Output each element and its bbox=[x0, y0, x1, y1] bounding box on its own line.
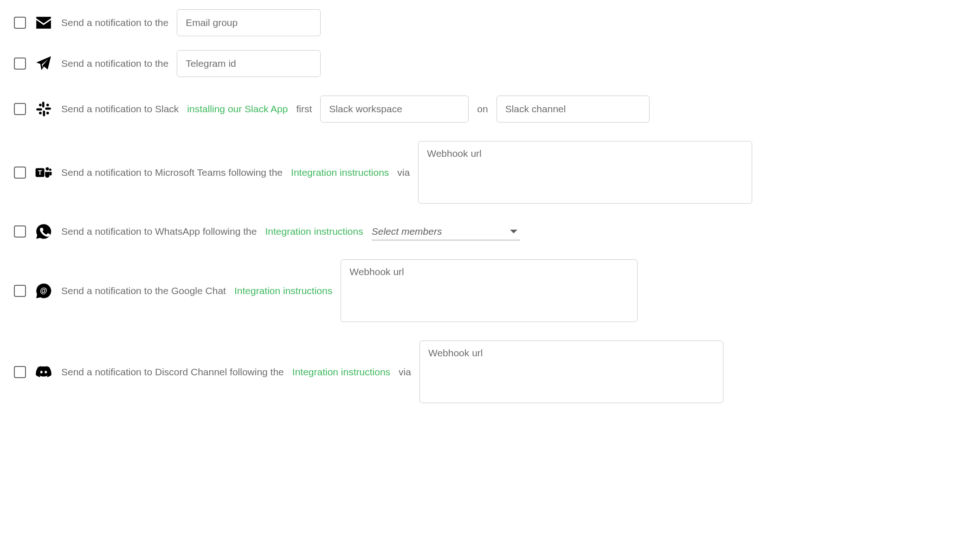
discord-label-post: via bbox=[399, 366, 411, 378]
slack-label-pre: Send a notification to Slack bbox=[61, 103, 179, 115]
discord-instructions-link[interactable]: Integration instructions bbox=[292, 366, 390, 378]
whatsapp-instructions-link[interactable]: Integration instructions bbox=[265, 226, 363, 237]
svg-text:@: @ bbox=[40, 286, 47, 294]
google-chat-icon: @ bbox=[34, 282, 53, 300]
slack-label-post: first bbox=[296, 103, 312, 115]
whatsapp-checkbox[interactable] bbox=[14, 225, 26, 238]
teams-webhook-input[interactable] bbox=[418, 141, 752, 204]
whatsapp-members-select[interactable]: Select members bbox=[372, 223, 520, 240]
email-label: Send a notification to the bbox=[61, 17, 168, 28]
teams-icon: T bbox=[34, 163, 53, 182]
teams-checkbox[interactable] bbox=[14, 167, 26, 179]
discord-webhook-input[interactable] bbox=[419, 341, 723, 403]
whatsapp-select-placeholder: Select members bbox=[372, 226, 442, 237]
svg-point-7 bbox=[46, 112, 49, 115]
svg-rect-1 bbox=[45, 108, 51, 110]
discord-label-pre: Send a notification to Discord Channel f… bbox=[61, 366, 284, 378]
gchat-webhook-input[interactable] bbox=[341, 259, 638, 322]
slack-channel-input[interactable] bbox=[496, 96, 650, 122]
svg-point-5 bbox=[46, 103, 49, 106]
chevron-down-icon bbox=[510, 230, 517, 233]
svg-rect-0 bbox=[42, 102, 45, 108]
svg-point-6 bbox=[39, 112, 42, 115]
discord-checkbox[interactable] bbox=[14, 366, 26, 378]
gchat-label-pre: Send a notification to the Google Chat bbox=[61, 285, 226, 296]
slack-checkbox[interactable] bbox=[14, 103, 26, 115]
discord-row: Send a notification to Discord Channel f… bbox=[14, 341, 966, 403]
email-icon bbox=[34, 13, 53, 32]
gchat-row: @ Send a notification to the Google Chat… bbox=[14, 259, 966, 322]
gchat-checkbox[interactable] bbox=[14, 285, 26, 297]
telegram-label: Send a notification to the bbox=[61, 58, 168, 69]
slack-connector: on bbox=[477, 103, 488, 115]
email-checkbox[interactable] bbox=[14, 17, 26, 29]
telegram-checkbox[interactable] bbox=[14, 58, 26, 70]
slack-workspace-input[interactable] bbox=[320, 96, 469, 122]
svg-text:T: T bbox=[38, 168, 42, 176]
email-group-input[interactable] bbox=[177, 9, 321, 36]
svg-point-4 bbox=[39, 103, 42, 106]
slack-row: Send a notification to Slack installing … bbox=[14, 96, 966, 122]
telegram-row: Send a notification to the bbox=[14, 50, 966, 77]
teams-label-pre: Send a notification to Microsoft Teams f… bbox=[61, 167, 283, 178]
slack-icon bbox=[34, 100, 53, 118]
telegram-id-input[interactable] bbox=[177, 50, 321, 77]
teams-row: T Send a notification to Microsoft Teams… bbox=[14, 141, 966, 204]
teams-label-post: via bbox=[397, 167, 410, 178]
discord-icon bbox=[34, 363, 53, 381]
email-row: Send a notification to the bbox=[14, 9, 966, 36]
telegram-icon bbox=[34, 54, 53, 73]
svg-rect-3 bbox=[36, 108, 42, 110]
svg-rect-2 bbox=[43, 110, 45, 116]
gchat-instructions-link[interactable]: Integration instructions bbox=[234, 285, 332, 296]
svg-point-10 bbox=[45, 167, 49, 170]
svg-point-11 bbox=[49, 168, 52, 171]
whatsapp-icon bbox=[34, 222, 53, 241]
slack-install-link[interactable]: installing our Slack App bbox=[187, 103, 288, 115]
whatsapp-row: Send a notification to WhatsApp followin… bbox=[14, 222, 966, 241]
whatsapp-label-pre: Send a notification to WhatsApp followin… bbox=[61, 226, 257, 237]
teams-instructions-link[interactable]: Integration instructions bbox=[291, 167, 389, 178]
